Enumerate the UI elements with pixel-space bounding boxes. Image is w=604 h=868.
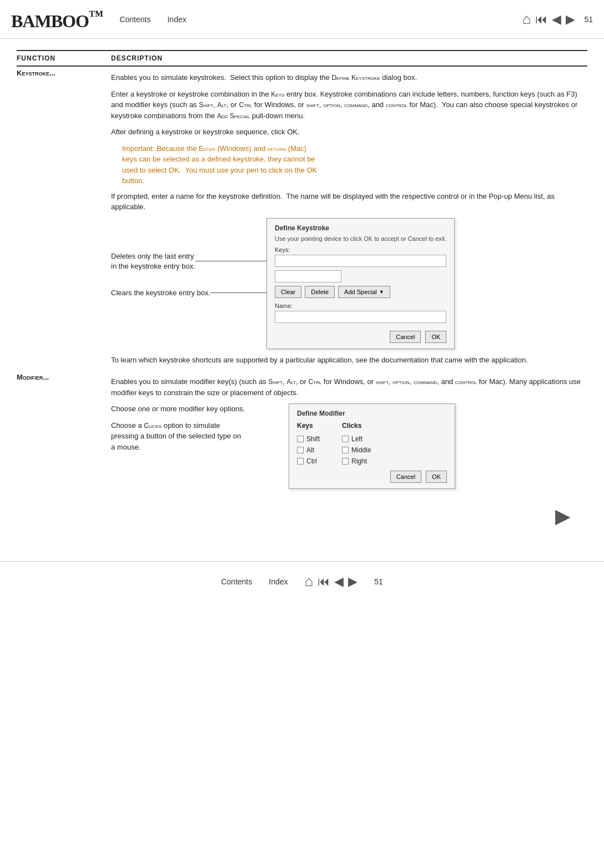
modifier-dialog-title: Define Modifier: [297, 410, 447, 417]
alt-label: Alt: [306, 446, 314, 454]
define-modifier-dialog: Define Modifier Keys Shift: [289, 403, 455, 489]
page-header: BAMBOO™ Contents Index ⌂ ⏮ ◀ ▶ 51: [0, 0, 604, 39]
modifier-dialog-footer: Cancel OK: [297, 471, 447, 483]
dialog-keystroke-title: Define Keystroke: [275, 224, 446, 232]
keystroke-function: Keystroke...: [17, 66, 111, 371]
annotation-delete-text: Deletes only the last entryin the keystr…: [111, 251, 195, 271]
modifier-ok-btn[interactable]: OK: [426, 471, 447, 483]
ctrl-label: Ctrl: [306, 457, 317, 465]
right-checkbox[interactable]: [342, 458, 349, 465]
alt-checkbox-row: Alt: [297, 446, 320, 454]
next-page-arrow[interactable]: ▶: [555, 504, 571, 528]
page-footer: Contents Index ⌂ ⏮ ◀ ▶ 51: [0, 561, 604, 601]
right-checkbox-row: Right: [342, 457, 371, 465]
footer-first-icon[interactable]: ⏮: [318, 574, 330, 589]
modifier-row: Modifier... Enables you to simulate modi…: [17, 371, 587, 499]
modifier-para-2: Choose one or more modifier key options.: [111, 403, 278, 415]
dialog-add-special-btn[interactable]: Add Special ▼: [338, 286, 390, 298]
modifier-keys-col: Keys Shift Alt: [297, 422, 320, 465]
home-icon[interactable]: ⌂: [522, 11, 531, 28]
footer-prev-icon[interactable]: ◀: [334, 574, 344, 589]
dialog-keys-label: Keys:: [275, 246, 446, 253]
alt-checkbox[interactable]: [297, 447, 304, 453]
footer-index-link[interactable]: Index: [269, 577, 288, 586]
annotation-clear-line: [210, 292, 266, 293]
dialog-cancel-btn[interactable]: Cancel: [390, 331, 421, 343]
modifier-function: Modifier...: [17, 371, 111, 499]
keystroke-para-5: To learn which keystroke shortcuts are s…: [111, 355, 582, 366]
modifier-keys-col-title: Keys: [297, 422, 320, 430]
keystroke-para-1: Enables you to simulate keystrokes. Sele…: [111, 72, 582, 83]
dialog-keystroke-footer: Cancel OK: [275, 331, 446, 343]
middle-label: Middle: [351, 446, 371, 454]
footer-page-number: 51: [374, 577, 383, 586]
dialog-name-label: Name:: [275, 302, 446, 309]
keystroke-row: Keystroke... Enables you to simulate key…: [17, 66, 587, 371]
dialog-name-input[interactable]: [275, 311, 446, 323]
modifier-para-1: Enables you to simulate modifier key(s) …: [111, 376, 582, 398]
header-nav: Contents Index: [119, 15, 186, 24]
ctrl-checkbox[interactable]: [297, 458, 304, 465]
first-page-icon[interactable]: ⏮: [535, 12, 547, 27]
col-description-header: DESCRIPTION: [111, 51, 587, 66]
dialog-buttons-row: Clear Delete Add Special ▼: [275, 286, 446, 298]
left-checkbox[interactable]: [342, 436, 349, 442]
footer-home-icon[interactable]: ⌂: [305, 573, 314, 590]
modifier-para-3: Choose a Clicks option to simulate press…: [111, 420, 278, 453]
modifier-cancel-btn[interactable]: Cancel: [390, 471, 421, 483]
modifier-text-col: Choose one or more modifier key options.…: [111, 403, 278, 489]
keystroke-define-sc: Define Keystroke: [331, 74, 380, 82]
main-content: FUNCTION DESCRIPTION Keystroke... Enable…: [0, 39, 604, 544]
next-page-icon[interactable]: ▶: [566, 12, 575, 27]
dialog-keys-inner: [275, 270, 341, 282]
logo-tm: ™: [89, 7, 103, 24]
dialog-keystroke-instruction: Use your pointing device to click OK to …: [275, 235, 446, 242]
annotation-clear-text: Clears the keystroke entry box.: [111, 288, 210, 298]
dialog-keys-input[interactable]: [275, 255, 446, 267]
next-arrow-area: ▶: [17, 504, 587, 528]
footer-icons: ⌂ ⏮ ◀ ▶: [305, 573, 358, 590]
page-number: 51: [584, 15, 593, 24]
middle-checkbox-row: Middle: [342, 446, 371, 454]
modifier-layout: Choose one or more modifier key options.…: [111, 403, 582, 489]
annotation-delete-line: [195, 261, 266, 261]
doc-table: FUNCTION DESCRIPTION Keystroke... Enable…: [17, 50, 587, 499]
shift-checkbox[interactable]: [297, 436, 304, 442]
keystroke-dialog-area: Deletes only the last entryin the keystr…: [111, 218, 582, 349]
add-special-dropdown-arrow: ▼: [379, 289, 384, 295]
prev-page-icon[interactable]: ◀: [552, 12, 561, 27]
modifier-description: Enables you to simulate modifier key(s) …: [111, 371, 587, 499]
keystroke-para-3: After defining a keystroke or keystroke …: [111, 127, 582, 138]
shift-label: Shift: [306, 435, 320, 443]
left-label: Left: [351, 435, 363, 443]
footer-contents-link[interactable]: Contents: [221, 577, 252, 586]
modifier-columns: Keys Shift Alt: [297, 422, 447, 465]
dialog-name-area: Name:: [275, 302, 446, 326]
dialog-delete-btn[interactable]: Delete: [305, 286, 335, 298]
define-keystroke-dialog: Define Keystroke Use your pointing devic…: [266, 218, 455, 349]
dialog-clear-btn[interactable]: Clear: [275, 286, 301, 298]
annotation-delete: Deletes only the last entryin the keystr…: [111, 251, 266, 271]
col-function-header: FUNCTION: [17, 51, 111, 66]
shift-checkbox-row: Shift: [297, 435, 320, 443]
keystroke-para-2: Enter a keystroke or keystroke combinati…: [111, 89, 582, 122]
footer-next-icon[interactable]: ▶: [348, 574, 358, 589]
ctrl-checkbox-row: Ctrl: [297, 457, 320, 465]
header-icons: ⌂ ⏮ ◀ ▶ 51: [522, 11, 593, 28]
footer-nav: Contents Index: [221, 577, 288, 586]
right-label: Right: [351, 457, 367, 465]
dialog-ok-btn[interactable]: OK: [425, 331, 446, 343]
keystroke-label: Keystroke...: [17, 69, 56, 77]
modifier-clicks-col-title: Clicks: [342, 422, 371, 430]
modifier-clicks-col: Clicks Left Middle: [342, 422, 371, 465]
logo: BAMBOO™: [11, 7, 103, 32]
keystroke-description: Enables you to simulate keystrokes. Sele…: [111, 66, 587, 371]
contents-link[interactable]: Contents: [119, 15, 150, 24]
keystroke-para-4: If prompted, enter a name for the keystr…: [111, 191, 582, 213]
annotation-side: Deletes only the last entryin the keystr…: [111, 218, 266, 349]
middle-checkbox[interactable]: [342, 447, 349, 453]
index-link[interactable]: Index: [167, 15, 186, 24]
modifier-label: Modifier...: [17, 373, 49, 381]
left-checkbox-row: Left: [342, 435, 371, 443]
keystroke-important: Important: Because the Enter (Windows) a…: [122, 143, 582, 186]
